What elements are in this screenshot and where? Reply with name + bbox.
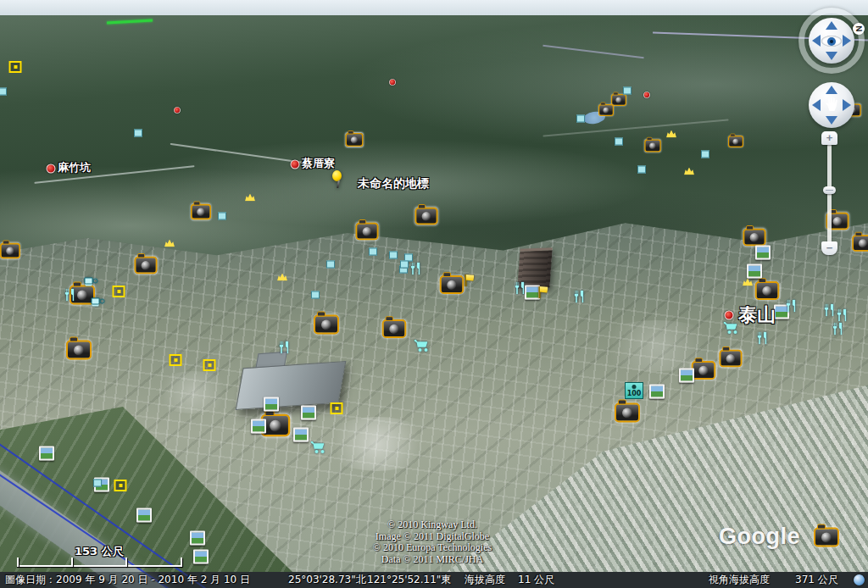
move-right-arrow-icon[interactable]	[843, 99, 851, 111]
move-left-arrow-icon[interactable]	[812, 99, 821, 111]
photo-icon	[264, 397, 279, 412]
status-eye-altitude-value: 371 公尺	[795, 572, 838, 588]
yblob-icon	[245, 194, 255, 202]
move-up-arrow-icon[interactable]	[826, 86, 837, 94]
cam-icon	[743, 229, 766, 247]
photo-icon	[679, 369, 694, 383]
fork-icon	[757, 332, 768, 345]
dot-icon	[725, 311, 734, 320]
tsq-icon	[637, 166, 646, 174]
cart-icon	[311, 441, 326, 453]
ysq-icon	[9, 61, 22, 73]
cart-icon	[724, 322, 738, 334]
photo-icon	[190, 531, 205, 546]
yblob-icon	[164, 240, 175, 247]
look-right-arrow-icon[interactable]	[843, 35, 851, 47]
streaming-globe-icon[interactable]	[854, 574, 865, 585]
cam-icon	[440, 275, 465, 294]
look-down-arrow-icon[interactable]	[826, 52, 837, 60]
cam-icon	[314, 315, 339, 335]
cam-icon	[415, 208, 438, 225]
cam-icon	[382, 319, 407, 338]
photo-icon	[755, 246, 771, 260]
status-image-date: 圖像日期：2009 年 9 月 20 日 - 2010 年 2 月 10 日	[5, 572, 250, 588]
look-left-arrow-icon[interactable]	[812, 35, 821, 47]
hand-icon	[826, 97, 838, 111]
tsq-icon	[576, 115, 585, 123]
yblob-icon	[743, 279, 753, 286]
markers-layer: 100麻竹坑蔡厝寮泰山未命名的地標	[0, 0, 868, 588]
photo-icon	[301, 406, 316, 420]
cam-icon	[0, 243, 20, 258]
ysq-icon	[203, 359, 216, 371]
move-joystick[interactable]	[809, 82, 854, 128]
scale-bar-tick	[181, 557, 182, 567]
photo-icon	[649, 385, 665, 399]
tsq-icon	[218, 213, 226, 220]
status-elevation-value: 11 公尺	[518, 572, 554, 588]
marker-label: 100	[625, 382, 643, 399]
yblob-icon	[666, 130, 676, 138]
tsq-icon	[701, 151, 709, 158]
fork-icon	[574, 291, 585, 303]
cam-icon	[135, 257, 158, 275]
look-up-arrow-icon[interactable]	[826, 21, 837, 30]
photo-icon	[251, 419, 266, 434]
cam-icon	[720, 350, 743, 368]
dot-icon	[174, 107, 181, 114]
tsq-icon	[623, 87, 632, 95]
ysq-icon	[331, 402, 343, 414]
tsq-icon	[615, 138, 623, 146]
scale-bar-tick	[71, 557, 73, 567]
marker-label: 蔡厝寮	[302, 156, 335, 171]
dot-icon	[47, 164, 56, 174]
photo-icon	[193, 550, 209, 564]
marker-label: 泰山	[738, 302, 776, 328]
cup-icon	[84, 277, 95, 286]
yblob-icon	[277, 274, 287, 281]
flag-icon	[464, 274, 475, 287]
look-joystick[interactable]	[809, 18, 854, 64]
fork-icon	[824, 304, 835, 317]
tsq-icon	[311, 291, 320, 299]
zoom-out-button[interactable]: −	[821, 241, 837, 255]
cam-icon	[644, 140, 661, 153]
marker-label: 未命名的地標	[358, 176, 429, 191]
cam-icon	[191, 204, 211, 219]
status-longitude: 121°25'52.11"東	[367, 572, 451, 588]
tsq-icon	[0, 88, 7, 96]
tsq-icon	[326, 261, 335, 269]
scale-bar-tick	[17, 557, 19, 567]
fork-icon	[410, 263, 421, 275]
zoom-in-button[interactable]: +	[821, 131, 837, 145]
tsq-icon	[134, 130, 142, 137]
flag-icon	[537, 286, 548, 299]
scale-bar-line	[17, 565, 182, 567]
cam-icon	[814, 528, 839, 547]
ysq-icon	[114, 480, 127, 491]
zoom-slider-handle[interactable]	[823, 186, 836, 194]
cam-icon	[755, 281, 780, 300]
photo-icon	[293, 428, 309, 442]
zoom-slider-track[interactable]	[827, 144, 832, 244]
move-down-arrow-icon[interactable]	[826, 116, 837, 125]
fork-icon	[279, 341, 290, 354]
dot-icon	[389, 79, 396, 86]
tsq-icon	[369, 248, 377, 256]
cam-icon	[356, 223, 379, 241]
eye-icon	[821, 36, 842, 47]
photo-icon	[136, 508, 152, 523]
yblob-icon	[684, 168, 694, 175]
cam100-icon	[615, 403, 640, 423]
pin-icon	[331, 170, 344, 189]
cam-icon	[692, 361, 716, 380]
status-elevation-label: 海拔高度	[465, 572, 505, 588]
fork-icon	[832, 323, 843, 336]
tsq-icon	[400, 261, 409, 269]
cart-icon	[415, 340, 429, 352]
dot-icon	[643, 92, 650, 98]
scale-bar: 153 公尺	[17, 546, 183, 569]
fork-icon	[786, 300, 797, 313]
cam-icon	[66, 341, 92, 360]
status-latitude: 25°03'28.73"北	[288, 572, 366, 588]
